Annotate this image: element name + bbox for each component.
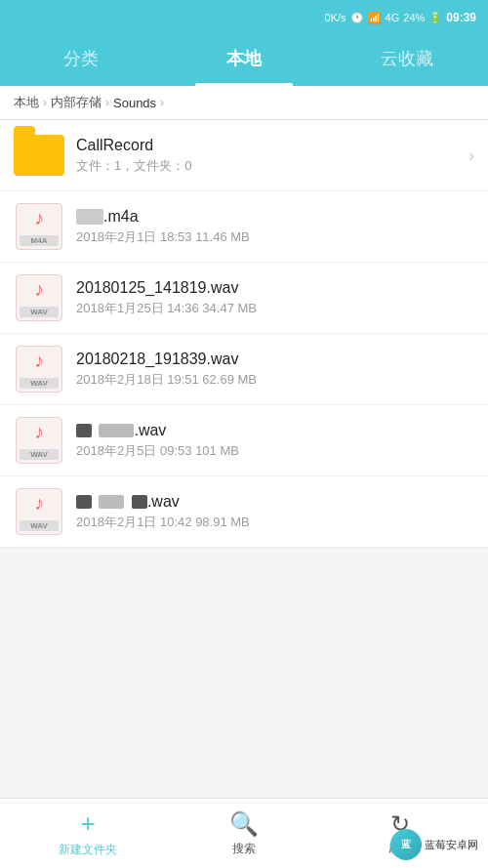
tab-cloud[interactable]: 云收藏 (325, 35, 488, 86)
file-name: 20180218_191839.wav (76, 351, 474, 368)
bottom-bar: + 新建文件夹 🔍 搜索 ↻ 刷新 蓝 蓝莓安卓网 (0, 798, 488, 868)
battery-level: 24% (403, 12, 425, 23)
tab-classify[interactable]: 分类 (0, 35, 163, 86)
file-type-label: WAV (20, 520, 59, 531)
file-info-wav4: .wav 2018年2月1日 10:42 98.91 MB (76, 493, 474, 531)
file-name: .wav (76, 422, 474, 439)
plus-icon: + (80, 808, 95, 839)
file-name: CallRecord (76, 137, 463, 154)
file-info-wav3: .wav 2018年2月5日 09:53 101 MB (76, 422, 474, 460)
watermark-label: 蓝莓安卓网 (425, 838, 478, 852)
audio-file-icon: ♪ M4A (14, 201, 64, 252)
search-label: 搜索 (232, 841, 256, 857)
file-info-callrecord: CallRecord 文件：1，文件夹：0 (76, 137, 463, 175)
file-info-wav2: 20180218_191839.wav 2018年2月18日 19:51 62.… (76, 351, 474, 389)
new-folder-button[interactable]: + 新建文件夹 (10, 808, 166, 858)
tab-classify-label: 分类 (63, 47, 99, 70)
signal-icon: 4G (386, 12, 400, 23)
music-note-icon: ♪ (34, 279, 44, 299)
wifi-icon: 📶 (368, 12, 382, 24)
new-folder-label: 新建文件夹 (59, 842, 117, 858)
breadcrumb-local[interactable]: 本地 (14, 94, 39, 111)
watermark: 蓝 蓝莓安卓网 (390, 829, 478, 860)
chevron-right-icon: › (468, 145, 474, 166)
breadcrumb-sep-1: › (43, 96, 47, 109)
blurred-part (99, 424, 134, 437)
breadcrumb-sep-3: › (160, 96, 164, 109)
file-meta: 2018年2月1日 18:53 11.46 MB (76, 228, 474, 246)
file-info-wav1: 20180125_141819.wav 2018年1月25日 14:36 34.… (76, 279, 474, 317)
music-note-icon: ♪ (34, 493, 44, 513)
battery-icon: 🔋 (428, 12, 442, 24)
blurred-filename-part (76, 209, 103, 225)
breadcrumb-sounds[interactable]: Sounds (113, 96, 156, 110)
file-meta: 2018年2月18日 19:51 62.69 MB (76, 371, 474, 389)
audio-file-icon: ♪ WAV (14, 486, 64, 537)
list-item[interactable]: ♪ WAV 20180125_141819.wav 2018年1月25日 14:… (0, 263, 488, 334)
list-item[interactable]: CallRecord 文件：1，文件夹：0 › (0, 120, 488, 191)
breadcrumb: 本地 › 内部存储 › Sounds › (0, 86, 488, 120)
list-item[interactable]: ♪ M4A .m4a 2018年2月1日 18:53 11.46 MB (0, 191, 488, 263)
breadcrumb-sep-2: › (105, 96, 109, 109)
status-bar: 0K/s 🕐 📶 4G 24% 🔋 09:39 (0, 0, 488, 35)
file-name: .wav (76, 493, 474, 511)
list-item[interactable]: ♪ WAV .wav 2018年2月1日 10:42 98.91 MB (0, 476, 488, 548)
time-display: 09:39 (446, 11, 476, 24)
audio-file-icon: ♪ WAV (14, 415, 64, 466)
network-speed: 0K/s (325, 12, 346, 23)
folder-icon (14, 130, 64, 181)
tab-local[interactable]: 本地 (163, 35, 326, 86)
main-content: 本地 › 内部存储 › Sounds › CallRecord 文件：1，文件夹… (0, 86, 488, 798)
watermark-logo: 蓝 (390, 829, 422, 860)
file-name: 20180125_141819.wav (76, 279, 474, 297)
search-button[interactable]: 🔍 搜索 (166, 810, 322, 857)
file-meta: 文件：1，文件夹：0 (76, 157, 463, 175)
music-note-icon: ♪ (34, 351, 44, 370)
blurred-part (132, 495, 147, 509)
breadcrumb-internal[interactable]: 内部存储 (51, 94, 102, 111)
music-note-icon: ♪ (34, 208, 44, 227)
list-item[interactable]: ♪ WAV 20180218_191839.wav 2018年2月18日 19:… (0, 334, 488, 405)
file-type-label: M4A (20, 235, 59, 246)
file-type-label: WAV (20, 449, 59, 460)
nav-tabs: 分类 本地 云收藏 (0, 35, 488, 86)
audio-file-icon: ♪ WAV (14, 344, 64, 394)
clock-icon: 🕐 (350, 12, 364, 24)
tab-local-label: 本地 (226, 47, 262, 70)
audio-file-icon: ♪ WAV (14, 272, 64, 323)
file-type-label: WAV (20, 378, 59, 389)
file-meta: 2018年2月1日 10:42 98.91 MB (76, 514, 474, 531)
file-meta: 2018年2月5日 09:53 101 MB (76, 442, 474, 460)
blurred-part (76, 424, 92, 437)
list-item[interactable]: ♪ WAV .wav 2018年2月5日 09:53 101 MB (0, 405, 488, 476)
blurred-part (76, 495, 92, 509)
music-note-icon: ♪ (34, 422, 44, 441)
tab-cloud-label: 云收藏 (381, 47, 433, 70)
file-info-m4a: .m4a 2018年2月1日 18:53 11.46 MB (76, 208, 474, 246)
search-icon: 🔍 (229, 810, 259, 838)
file-name: .m4a (76, 208, 474, 226)
watermark-icon-text: 蓝 (401, 838, 411, 851)
file-meta: 2018年1月25日 14:36 34.47 MB (76, 300, 474, 317)
file-list: CallRecord 文件：1，文件夹：0 › ♪ M4A .m4a 2018年… (0, 120, 488, 548)
blurred-part (99, 495, 124, 509)
file-type-label: WAV (20, 307, 59, 317)
